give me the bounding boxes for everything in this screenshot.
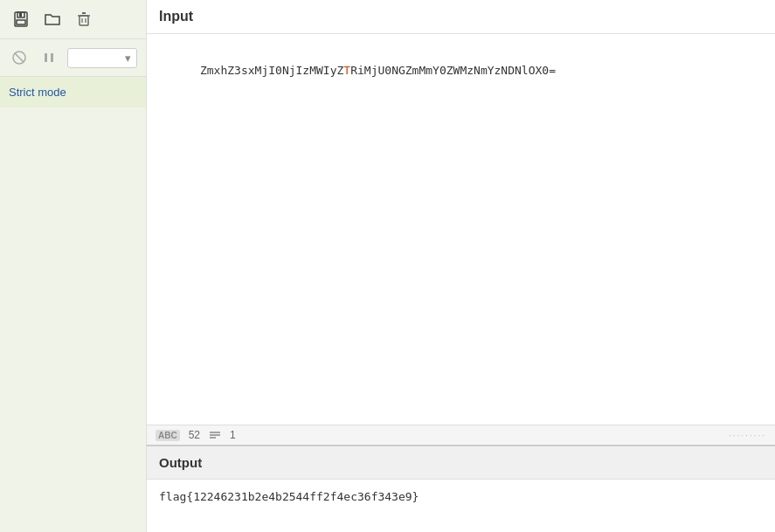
delete-button[interactable] xyxy=(72,7,96,31)
abc-icon: ABC xyxy=(156,430,180,441)
input-content-after-cursor: RiMjU0NGZmMmY0ZWMzNmYzNDNlOX0= xyxy=(350,64,556,77)
input-section: Input ZmxhZ3sxMjI0NjIzMWIyZTRiMjU0NGZmMm… xyxy=(147,0,775,446)
output-header: Output xyxy=(147,446,775,480)
output-text-area: flag{12246231b2e4b2544ff2f4ec36f343e9} xyxy=(147,480,775,532)
input-text-area[interactable]: ZmxhZ3sxMjI0NjIzMWIyZTRiMjU0NGZmMmY0ZWMz… xyxy=(147,34,775,425)
sidebar-item-strict-mode[interactable]: Strict mode xyxy=(0,77,146,107)
resize-handle[interactable]: ········· xyxy=(729,431,766,440)
input-title: Input xyxy=(159,9,193,24)
input-content-before-cursor: ZmxhZ3sxMjI0NjIzMWIyZ xyxy=(200,64,343,77)
folder-icon xyxy=(44,10,61,28)
svg-rect-3 xyxy=(19,13,22,17)
input-header: Input xyxy=(147,0,775,34)
open-folder-button[interactable] xyxy=(40,7,65,31)
main-content: Input ZmxhZ3sxMjI0NjIzMWIyZTRiMjU0NGZmMm… xyxy=(147,0,775,532)
sidebar-toolbar xyxy=(0,0,146,39)
stop-icon xyxy=(11,50,27,66)
mode-dropdown[interactable]: ▾ xyxy=(67,48,137,68)
stop-button[interactable] xyxy=(8,46,31,69)
char-count: 52 xyxy=(189,429,200,441)
svg-rect-11 xyxy=(45,53,47,62)
chevron-down-icon: ▾ xyxy=(125,52,131,65)
lines-icon xyxy=(209,429,221,441)
status-bar: ABC 52 1 ········· xyxy=(147,425,775,446)
output-content: flag{12246231b2e4b2544ff2f4ec36f343e9} xyxy=(159,490,419,503)
svg-rect-12 xyxy=(51,53,53,62)
save-button[interactable] xyxy=(9,7,33,31)
save-icon xyxy=(12,10,30,28)
sidebar: ▾ Strict mode xyxy=(0,0,147,532)
svg-rect-2 xyxy=(17,20,25,24)
svg-rect-4 xyxy=(80,16,88,25)
output-title: Output xyxy=(159,455,202,470)
svg-line-10 xyxy=(15,53,24,62)
sidebar-controls: ▾ xyxy=(0,39,146,77)
trash-icon xyxy=(75,10,93,28)
input-cursor: T xyxy=(343,64,350,77)
strict-mode-label: Strict mode xyxy=(9,86,66,99)
pause-button[interactable] xyxy=(38,46,60,69)
line-count: 1 xyxy=(230,429,236,441)
output-section: Output flag{12246231b2e4b2544ff2f4ec36f3… xyxy=(147,446,775,532)
pause-icon xyxy=(41,50,57,66)
